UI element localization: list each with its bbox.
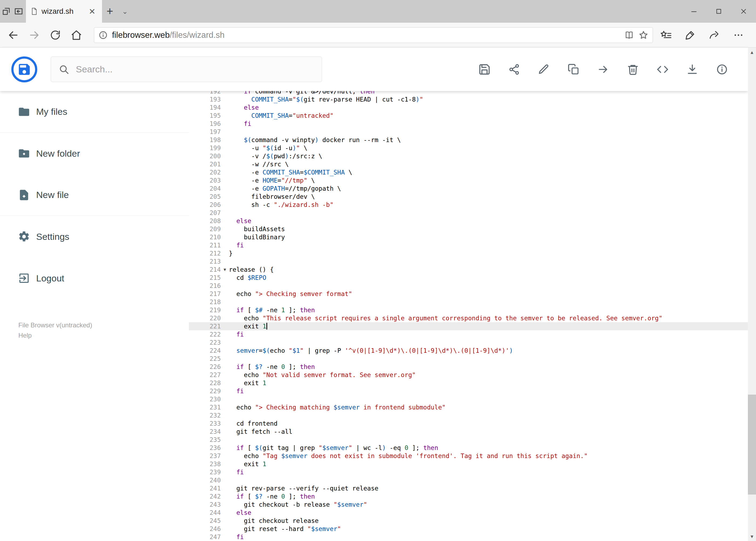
code-line-225[interactable]: 225 — [189, 355, 748, 363]
code-line-241[interactable]: 241 git rev-parse --verify --quiet relea… — [189, 484, 748, 492]
refresh-button[interactable] — [45, 25, 66, 45]
code-line-240[interactable]: 240 — [189, 476, 748, 484]
app-logo[interactable] — [11, 56, 37, 82]
code-line-235[interactable]: 235 — [189, 436, 748, 444]
code-line-216[interactable]: 216 — [189, 282, 748, 290]
code-line-247[interactable]: 247 fi — [189, 533, 748, 541]
url-text[interactable]: filebrowser.web/files/wizard.sh — [112, 30, 620, 40]
tab-close-icon[interactable]: ✕ — [87, 7, 97, 16]
raw-code-button[interactable] — [656, 63, 669, 76]
scrollbar-thumb[interactable] — [748, 395, 756, 495]
code-line-236[interactable]: 236 if [ $(git tag | grep "$semver" | wc… — [189, 444, 748, 452]
code-line-200[interactable]: 200 -v /$(pwd):/src:z \ — [189, 152, 748, 160]
save-button[interactable] — [478, 63, 491, 76]
scroll-down-icon[interactable]: ▼ — [748, 532, 756, 541]
code-line-217[interactable]: 217 echo "> Checking semver format" — [189, 290, 748, 298]
info-button[interactable] — [715, 63, 728, 76]
code-line-228[interactable]: 228 exit 1 — [189, 379, 748, 387]
code-line-208[interactable]: 208 else — [189, 217, 748, 225]
share-file-button[interactable] — [508, 63, 521, 76]
code-line-238[interactable]: 238 exit 1 — [189, 460, 748, 468]
scroll-up-icon[interactable]: ▲ — [748, 48, 756, 57]
set-aside-tabs-button[interactable] — [12, 0, 25, 23]
search-input[interactable] — [76, 64, 314, 75]
code-line-218[interactable]: 218 — [189, 298, 748, 306]
download-button[interactable] — [686, 63, 699, 76]
vertical-scrollbar[interactable]: ▲ ▼ — [748, 48, 756, 541]
code-line-243[interactable]: 243 git checkout -b release "$semver" — [189, 500, 748, 509]
back-button[interactable] — [3, 25, 24, 45]
copy-button[interactable] — [567, 63, 580, 76]
code-line-204[interactable]: 204 -e GOPATH=//tmp/gopath \ — [189, 185, 748, 193]
favorites-hub-button[interactable] — [660, 30, 672, 41]
minimize-button[interactable] — [681, 0, 706, 23]
delete-button[interactable] — [627, 63, 639, 76]
code-line-219[interactable]: 219 if [ $# -ne 1 ]; then — [189, 306, 748, 314]
code-line-202[interactable]: 202 -e COMMIT_SHA=$COMMIT_SHA \ — [189, 168, 748, 176]
code-line-221[interactable]: 221 exit 1 — [189, 322, 748, 330]
code-line-192[interactable]: 192 if command -v git &>/dev/null; then — [189, 91, 748, 95]
edit-button[interactable] — [537, 63, 550, 76]
code-line-203[interactable]: 203 -e HOME="//tmp" \ — [189, 176, 748, 185]
forward-button[interactable] — [24, 25, 45, 45]
code-line-237[interactable]: 237 echo "Tag $semver does not exist in … — [189, 452, 748, 460]
code-line-199[interactable]: 199 -u "$(id -u)" \ — [189, 144, 748, 152]
code-line-197[interactable]: 197 — [189, 128, 748, 136]
address-bar[interactable]: filebrowser.web/files/wizard.sh — [94, 27, 653, 43]
code-line-246[interactable]: 246 git reset --hard "$semver" — [189, 525, 748, 533]
search-box[interactable] — [51, 56, 322, 82]
code-line-226[interactable]: 226 if [ $? -ne 0 ]; then — [189, 363, 748, 371]
code-line-196[interactable]: 196 fi — [189, 120, 748, 128]
maximize-button[interactable] — [706, 0, 731, 23]
code-line-207[interactable]: 207 — [189, 209, 748, 217]
code-line-234[interactable]: 234 git fetch --all — [189, 427, 748, 436]
show-tab-previews-button[interactable]: ⌄ — [118, 0, 132, 23]
site-info-icon[interactable] — [99, 31, 108, 40]
code-line-239[interactable]: 239 fi — [189, 468, 748, 476]
share-button[interactable] — [708, 30, 720, 41]
code-line-198[interactable]: 198 $(command -v winpty) docker run --rm… — [189, 136, 748, 144]
code-line-233[interactable]: 233 cd frontend — [189, 419, 748, 427]
browser-tab-wizard-sh[interactable]: wizard.sh ✕ — [26, 0, 102, 23]
code-line-244[interactable]: 244 else — [189, 509, 748, 517]
code-line-213[interactable]: 213 — [189, 258, 748, 266]
close-window-button[interactable] — [731, 0, 756, 23]
reading-view-button[interactable] — [625, 31, 634, 40]
code-line-214[interactable]: 214▾release () { — [189, 266, 748, 273]
code-editor[interactable]: 192 if command -v git &>/dev/null; then1… — [189, 91, 748, 541]
sidebar-item-my-files[interactable]: My files — [0, 91, 189, 133]
tabs-aside-button[interactable] — [0, 0, 12, 23]
code-line-227[interactable]: 227 echo "Not valid semver format. See s… — [189, 371, 748, 379]
code-line-212[interactable]: 212} — [189, 249, 748, 258]
help-link[interactable]: Help — [18, 330, 189, 340]
code-line-210[interactable]: 210 buildBinary — [189, 233, 748, 241]
code-line-222[interactable]: 222 fi — [189, 330, 748, 338]
home-button[interactable] — [66, 25, 87, 45]
code-line-242[interactable]: 242 if [ $? -ne 0 ]; then — [189, 492, 748, 500]
code-line-223[interactable]: 223 — [189, 338, 748, 346]
code-line-201[interactable]: 201 -w //src \ — [189, 160, 748, 168]
code-line-220[interactable]: 220 echo "This release script requires a… — [189, 314, 748, 322]
code-line-224[interactable]: 224 semver=$(echo "$1" | grep -P '^v(0|[… — [189, 346, 748, 355]
code-line-211[interactable]: 211 fi — [189, 241, 748, 249]
sidebar-item-new-folder[interactable]: New folder — [0, 133, 189, 174]
favorite-star-button[interactable] — [638, 30, 648, 40]
code-line-229[interactable]: 229 fi — [189, 387, 748, 395]
code-line-232[interactable]: 232 — [189, 411, 748, 419]
code-line-195[interactable]: 195 COMMIT_SHA="untracked" — [189, 112, 748, 120]
new-tab-button[interactable]: + — [102, 0, 118, 23]
web-note-button[interactable] — [685, 30, 695, 41]
code-line-206[interactable]: 206 sh -c "./wizard.sh -b" — [189, 201, 748, 209]
sidebar-item-logout[interactable]: Logout — [0, 258, 189, 299]
code-line-205[interactable]: 205 filebrowser/dev \ — [189, 193, 748, 201]
fold-arrow-icon[interactable]: ▾ — [221, 266, 229, 273]
move-button[interactable] — [597, 63, 610, 76]
more-options-button[interactable] — [733, 30, 744, 41]
code-line-245[interactable]: 245 git checkout release — [189, 517, 748, 525]
code-line-215[interactable]: 215 cd $REPO — [189, 273, 748, 282]
code-line-230[interactable]: 230 — [189, 395, 748, 403]
code-line-231[interactable]: 231 echo "> Checking matching $semver in… — [189, 403, 748, 411]
code-line-194[interactable]: 194 else — [189, 104, 748, 112]
code-line-193[interactable]: 193 COMMIT_SHA="$(git rev-parse HEAD | c… — [189, 95, 748, 104]
sidebar-item-settings[interactable]: Settings — [0, 216, 189, 258]
